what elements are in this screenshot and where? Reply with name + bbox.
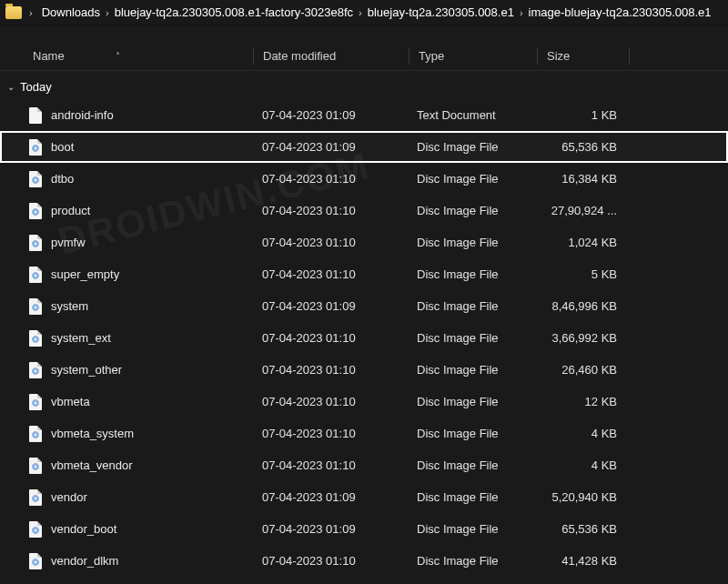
column-header-date-label: Date modified bbox=[263, 49, 336, 63]
column-header-name[interactable]: Name ˄ bbox=[0, 42, 253, 70]
file-name: android-info bbox=[51, 108, 114, 122]
disc-image-file-icon bbox=[29, 458, 42, 474]
breadcrumb-item[interactable]: image-bluejay-tq2a.230305.008.e1 bbox=[527, 4, 713, 21]
file-date: 07-04-2023 01:09 bbox=[253, 108, 408, 122]
file-row[interactable]: system_other07-04-2023 01:10Disc Image F… bbox=[0, 354, 728, 386]
file-type: Disc Image File bbox=[408, 490, 535, 504]
file-name: system_ext bbox=[51, 331, 111, 345]
file-type: Disc Image File bbox=[408, 395, 535, 408]
column-header-type[interactable]: Type bbox=[410, 42, 537, 70]
file-size: 65,536 KB bbox=[535, 522, 626, 536]
file-type: Disc Image File bbox=[408, 236, 535, 249]
file-date: 07-04-2023 01:10 bbox=[253, 395, 408, 408]
file-date: 07-04-2023 01:10 bbox=[253, 267, 408, 281]
file-name: vbmeta_system bbox=[51, 427, 134, 440]
file-size: 4 KB bbox=[535, 458, 626, 472]
file-row[interactable]: super_empty07-04-2023 01:10Disc Image Fi… bbox=[0, 258, 728, 290]
file-date: 07-04-2023 01:09 bbox=[253, 299, 408, 313]
file-row[interactable]: boot07-04-2023 01:09Disc Image File65,53… bbox=[0, 131, 728, 163]
file-type: Disc Image File bbox=[408, 172, 535, 186]
file-type: Disc Image File bbox=[408, 267, 535, 281]
file-name: vbmeta_vendor bbox=[51, 458, 133, 472]
file-name: system_other bbox=[51, 363, 122, 377]
file-size: 8,46,996 KB bbox=[535, 299, 626, 313]
disc-image-file-icon bbox=[29, 139, 42, 156]
file-row[interactable]: android-info07-04-2023 01:09Text Documen… bbox=[0, 99, 728, 131]
breadcrumb-item[interactable]: bluejay-tq2a.230305.008.e1 bbox=[366, 4, 516, 21]
file-size: 65,536 KB bbox=[535, 140, 626, 154]
file-date: 07-04-2023 01:09 bbox=[253, 490, 408, 504]
file-size: 3,66,992 KB bbox=[535, 331, 626, 345]
file-type: Disc Image File bbox=[408, 331, 535, 345]
disc-image-file-icon bbox=[29, 298, 42, 315]
chevron-right-icon: › bbox=[355, 7, 366, 18]
file-date: 07-04-2023 01:10 bbox=[253, 427, 408, 440]
file-date: 07-04-2023 01:09 bbox=[253, 522, 408, 536]
disc-image-file-icon bbox=[29, 235, 42, 251]
file-row[interactable]: vbmeta_vendor07-04-2023 01:10Disc Image … bbox=[0, 449, 728, 481]
file-name: super_empty bbox=[51, 267, 119, 281]
chevron-right-icon: › bbox=[516, 7, 527, 18]
column-header-size-label: Size bbox=[547, 49, 570, 63]
file-row[interactable]: vbmeta07-04-2023 01:10Disc Image File12 … bbox=[0, 386, 728, 418]
file-row[interactable]: system07-04-2023 01:09Disc Image File8,4… bbox=[0, 290, 728, 322]
file-name: vendor_dlkm bbox=[51, 554, 118, 568]
file-date: 07-04-2023 01:10 bbox=[253, 458, 408, 472]
file-row[interactable]: vendor07-04-2023 01:09Disc Image File5,2… bbox=[0, 481, 728, 513]
file-name: boot bbox=[51, 140, 74, 154]
file-date: 07-04-2023 01:10 bbox=[253, 331, 408, 345]
file-name: system bbox=[51, 299, 88, 313]
file-date: 07-04-2023 01:10 bbox=[253, 172, 408, 186]
file-name: pvmfw bbox=[51, 236, 86, 249]
file-row[interactable]: product07-04-2023 01:10Disc Image File27… bbox=[0, 195, 728, 227]
file-size: 41,428 KB bbox=[535, 554, 626, 568]
file-date: 07-04-2023 01:09 bbox=[253, 140, 408, 154]
disc-image-file-icon bbox=[29, 426, 42, 442]
file-name: vbmeta bbox=[51, 395, 90, 408]
file-type: Disc Image File bbox=[408, 363, 535, 377]
file-size: 12 KB bbox=[535, 395, 626, 408]
column-header-name-label: Name bbox=[33, 49, 65, 63]
file-type: Disc Image File bbox=[408, 204, 535, 217]
column-header-size[interactable]: Size bbox=[538, 42, 629, 70]
folder-icon bbox=[5, 6, 22, 19]
file-type: Disc Image File bbox=[408, 140, 535, 154]
file-type: Disc Image File bbox=[408, 458, 535, 472]
file-date: 07-04-2023 01:10 bbox=[253, 204, 408, 217]
file-date: 07-04-2023 01:10 bbox=[253, 363, 408, 377]
file-row[interactable]: vendor_boot07-04-2023 01:09Disc Image Fi… bbox=[0, 513, 728, 545]
file-row[interactable]: vendor_dlkm07-04-2023 01:10Disc Image Fi… bbox=[0, 545, 728, 577]
disc-image-file-icon bbox=[29, 553, 42, 569]
breadcrumb-item[interactable]: bluejay-tq2a.230305.008.e1-factory-3023e… bbox=[113, 4, 355, 21]
file-list: android-info07-04-2023 01:09Text Documen… bbox=[0, 99, 728, 577]
disc-image-file-icon bbox=[29, 267, 42, 283]
group-header-label: Today bbox=[20, 80, 52, 94]
chevron-right-icon: › bbox=[25, 7, 36, 18]
breadcrumb[interactable]: › Downloads›bluejay-tq2a.230305.008.e1-f… bbox=[0, 0, 728, 25]
file-row[interactable]: system_ext07-04-2023 01:10Disc Image Fil… bbox=[0, 322, 728, 354]
file-size: 26,460 KB bbox=[535, 363, 626, 377]
disc-image-file-icon bbox=[29, 203, 42, 219]
column-header-date[interactable]: Date modified bbox=[254, 42, 409, 70]
file-type: Disc Image File bbox=[408, 299, 535, 313]
file-date: 07-04-2023 01:10 bbox=[253, 554, 408, 568]
disc-image-file-icon bbox=[29, 489, 42, 506]
file-date: 07-04-2023 01:10 bbox=[253, 236, 408, 249]
file-size: 5,20,940 KB bbox=[535, 490, 626, 504]
breadcrumb-item[interactable]: Downloads bbox=[40, 4, 102, 21]
file-name: vendor_boot bbox=[51, 522, 116, 536]
file-row[interactable]: dtbo07-04-2023 01:10Disc Image File16,38… bbox=[0, 163, 728, 195]
sort-caret-icon: ˄ bbox=[116, 51, 120, 61]
file-name: dtbo bbox=[51, 172, 74, 186]
file-type: Disc Image File bbox=[408, 554, 535, 568]
group-header-today[interactable]: ⌄ Today bbox=[0, 71, 728, 99]
chevron-down-icon: ⌄ bbox=[7, 82, 15, 92]
file-row[interactable]: pvmfw07-04-2023 01:10Disc Image File1,02… bbox=[0, 227, 728, 258]
file-type: Text Document bbox=[408, 108, 535, 122]
file-row[interactable]: vbmeta_system07-04-2023 01:10Disc Image … bbox=[0, 418, 728, 449]
file-size: 1 KB bbox=[535, 108, 626, 122]
file-type: Disc Image File bbox=[408, 427, 535, 440]
disc-image-file-icon bbox=[29, 394, 42, 410]
file-size: 16,384 KB bbox=[535, 172, 626, 186]
file-name: product bbox=[51, 204, 90, 217]
